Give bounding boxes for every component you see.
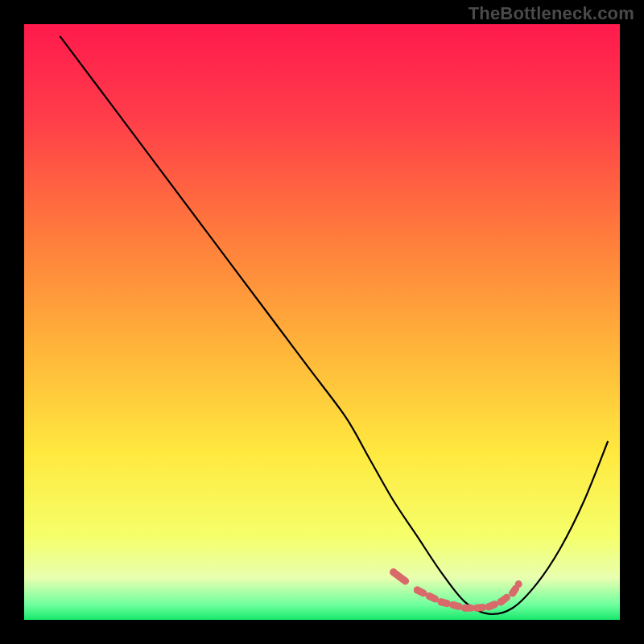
optimal-dot [414, 587, 421, 594]
plot-background [24, 24, 620, 620]
bottleneck-plot [0, 0, 644, 644]
optimal-dot [438, 598, 445, 605]
optimal-dot [515, 580, 522, 588]
optimal-dot [485, 603, 493, 610]
optimal-dot [509, 589, 516, 597]
optimal-dot [426, 592, 433, 600]
watermark-text: TheBottleneck.com [469, 3, 634, 24]
optimal-dot [497, 598, 505, 605]
chart-frame: TheBottleneck.com [0, 0, 644, 644]
optimal-dot [449, 601, 456, 609]
optimal-dot [473, 605, 481, 612]
optimal-dot [461, 605, 469, 612]
optimal-dot [390, 568, 397, 576]
